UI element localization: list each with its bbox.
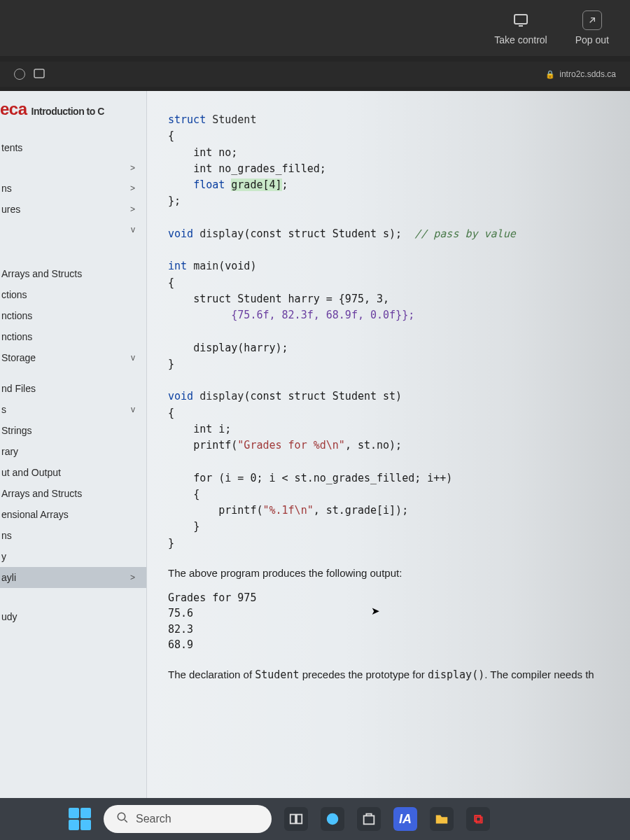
chevron-down-icon: v [131, 225, 142, 234]
chevron-down-icon: v [131, 405, 142, 414]
sidebar-item[interactable]: v [0, 220, 146, 239]
brand-subtitle: Introduction to C [31, 106, 104, 117]
chevron-down-icon: v [131, 353, 142, 363]
brand: eca Introduction to C [0, 97, 146, 120]
app-icon-red[interactable]: ⧉ [466, 807, 490, 831]
svg-rect-0 [514, 15, 527, 24]
sidebar-item[interactable]: nd Files [0, 378, 146, 399]
sidebar: eca Introduction to C tents > ns> ures> … [0, 91, 147, 798]
browser-chrome: 🔒 intro2c.sdds.ca [0, 62, 630, 87]
url-text: intro2c.sdds.ca [559, 69, 616, 79]
program-output: Grades for 975 75.6 82.3 68.9 [168, 590, 616, 653]
search-icon [116, 811, 129, 827]
sidebar-item-storage[interactable]: Storagev [0, 347, 146, 368]
taskbar: Search IA ⧉ [0, 798, 630, 840]
svg-rect-6 [364, 816, 374, 824]
task-view-icon[interactable] [284, 807, 308, 831]
lock-icon: 🔒 [545, 70, 555, 79]
svg-point-5 [327, 813, 339, 825]
sidebar-item[interactable]: tents [0, 137, 146, 158]
sidebar-item[interactable]: nctions [0, 326, 146, 347]
sidebar-item[interactable]: > [0, 158, 146, 178]
body-text: The declaration of Student precedes the … [168, 668, 616, 681]
chevron-right-icon: > [130, 573, 142, 582]
sidebar-item[interactable]: ctions [0, 284, 146, 305]
sidebar-item[interactable]: nctions [0, 305, 146, 326]
sidebar-item[interactable]: ns [0, 525, 146, 546]
shield-icon [14, 69, 25, 80]
start-button[interactable] [69, 808, 91, 830]
main-content: struct Student { int no; int no_grades_f… [147, 91, 630, 798]
app-icon[interactable]: IA [393, 807, 417, 831]
svg-rect-3 [290, 815, 295, 824]
sidebar-item-strings[interactable]: Strings [0, 420, 146, 441]
brand-logo: eca [0, 99, 27, 119]
svg-rect-1 [34, 69, 44, 78]
file-explorer-icon[interactable] [430, 807, 454, 831]
sidebar-item[interactable]: rary [0, 441, 146, 462]
sidebar-item[interactable]: ut and Output [0, 462, 146, 483]
tab-icon [34, 69, 45, 80]
search-placeholder: Search [136, 813, 172, 825]
sidebar-item[interactable]: udy [0, 606, 146, 627]
svg-point-2 [118, 813, 125, 820]
take-control-icon [511, 10, 531, 30]
page: eca Introduction to C tents > ns> ures> … [0, 91, 630, 798]
pop-out-icon [582, 10, 602, 30]
sidebar-item-arrays-structs[interactable]: Arrays and Structs [0, 263, 146, 284]
code-block: struct Student { int no; int no_grades_f… [168, 112, 616, 552]
take-control-button[interactable]: Take control [494, 10, 547, 46]
chat-icon[interactable] [321, 807, 344, 831]
body-text: The above program produces the following… [168, 567, 616, 579]
take-control-label: Take control [494, 34, 547, 46]
sidebar-item-highlighted[interactable]: ayli> [0, 567, 146, 588]
sidebar-item[interactable]: ns> [0, 178, 146, 199]
chevron-right-icon: > [130, 183, 142, 193]
pop-out-label: Pop out [575, 34, 609, 46]
chevron-right-icon: > [130, 204, 142, 214]
chevron-right-icon: > [130, 163, 142, 173]
address-bar[interactable]: 🔒 intro2c.sdds.ca [545, 69, 616, 79]
taskbar-search[interactable]: Search [104, 805, 272, 833]
sidebar-item[interactable]: ures> [0, 199, 146, 220]
svg-rect-4 [297, 815, 302, 824]
sidebar-item[interactable]: ensional Arrays [0, 504, 146, 525]
sidebar-item[interactable]: y [0, 546, 146, 567]
sidebar-item[interactable]: sv [0, 399, 146, 420]
pop-out-button[interactable]: Pop out [575, 10, 609, 46]
store-icon[interactable] [357, 807, 381, 831]
sidebar-item[interactable]: Arrays and Structs [0, 483, 146, 504]
vm-toolbar: Take control Pop out [0, 0, 630, 56]
